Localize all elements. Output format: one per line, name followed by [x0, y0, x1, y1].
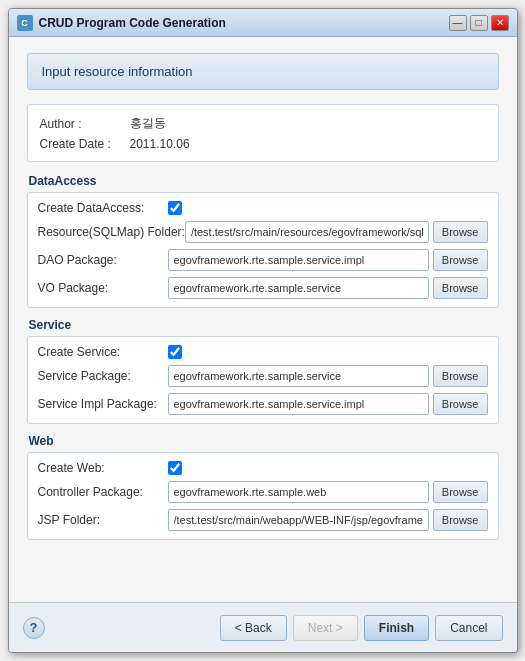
- create-data-access-wrap: [168, 201, 488, 215]
- vo-browse-button[interactable]: Browse: [433, 277, 488, 299]
- title-bar: C CRUD Program Code Generation — □ ✕: [9, 9, 517, 37]
- jsp-folder-input[interactable]: [168, 509, 429, 531]
- content-area: Input resource information Author : 홍길동 …: [9, 37, 517, 602]
- service-package-row: Service Package: Browse: [38, 365, 488, 387]
- window-title: CRUD Program Code Generation: [39, 16, 449, 30]
- controller-package-label: Controller Package:: [38, 485, 168, 499]
- service-package-wrap: Browse: [168, 365, 488, 387]
- create-service-row: Create Service:: [38, 345, 488, 359]
- cancel-button[interactable]: Cancel: [435, 615, 502, 641]
- vo-package-wrap: Browse: [168, 277, 488, 299]
- dao-package-row: DAO Package: Browse: [38, 249, 488, 271]
- service-section: Service Create Service: Service Package:…: [27, 318, 499, 424]
- create-date-row: Create Date : 2011.10.06: [40, 137, 486, 151]
- jsp-folder-row: JSP Folder: Browse: [38, 509, 488, 531]
- vo-package-input[interactable]: [168, 277, 429, 299]
- footer: ? < Back Next > Finish Cancel: [9, 602, 517, 652]
- create-date-label: Create Date :: [40, 137, 130, 151]
- dao-package-wrap: Browse: [168, 249, 488, 271]
- service-package-input[interactable]: [168, 365, 429, 387]
- author-value: 홍길동: [130, 115, 166, 132]
- controller-package-row: Controller Package: Browse: [38, 481, 488, 503]
- create-web-checkbox[interactable]: [168, 461, 182, 475]
- vo-package-row: VO Package: Browse: [38, 277, 488, 299]
- service-pkg-browse-button[interactable]: Browse: [433, 365, 488, 387]
- dao-package-label: DAO Package:: [38, 253, 168, 267]
- service-package-label: Service Package:: [38, 369, 168, 383]
- service-impl-label: Service Impl Package:: [38, 397, 168, 411]
- web-title: Web: [27, 434, 499, 448]
- service-body: Create Service: Service Package: Browse …: [27, 336, 499, 424]
- create-web-row: Create Web:: [38, 461, 488, 475]
- minimize-button[interactable]: —: [449, 15, 467, 31]
- create-data-access-checkbox[interactable]: [168, 201, 182, 215]
- controller-package-input[interactable]: [168, 481, 429, 503]
- author-row: Author : 홍길동: [40, 115, 486, 132]
- next-button[interactable]: Next >: [293, 615, 358, 641]
- service-impl-input[interactable]: [168, 393, 429, 415]
- create-service-wrap: [168, 345, 488, 359]
- back-button[interactable]: < Back: [220, 615, 287, 641]
- resource-folder-input[interactable]: [185, 221, 429, 243]
- jsp-browse-button[interactable]: Browse: [433, 509, 488, 531]
- footer-buttons: < Back Next > Finish Cancel: [220, 615, 503, 641]
- finish-button[interactable]: Finish: [364, 615, 429, 641]
- create-service-label: Create Service:: [38, 345, 168, 359]
- create-web-wrap: [168, 461, 488, 475]
- main-window: C CRUD Program Code Generation — □ ✕ Inp…: [8, 8, 518, 653]
- data-access-section: DataAccess Create DataAccess: Resource(S…: [27, 174, 499, 308]
- resource-folder-label: Resource(SQLMap) Folder:: [38, 225, 185, 239]
- help-button[interactable]: ?: [23, 617, 45, 639]
- data-access-body: Create DataAccess: Resource(SQLMap) Fold…: [27, 192, 499, 308]
- web-section: Web Create Web: Controller Package: Brow…: [27, 434, 499, 540]
- data-access-title: DataAccess: [27, 174, 499, 188]
- jsp-folder-label: JSP Folder:: [38, 513, 168, 527]
- page-header: Input resource information: [27, 53, 499, 90]
- create-date-value: 2011.10.06: [130, 137, 190, 151]
- resource-folder-wrap: Browse: [185, 221, 488, 243]
- jsp-folder-wrap: Browse: [168, 509, 488, 531]
- service-impl-browse-button[interactable]: Browse: [433, 393, 488, 415]
- close-button[interactable]: ✕: [491, 15, 509, 31]
- service-impl-wrap: Browse: [168, 393, 488, 415]
- controller-browse-button[interactable]: Browse: [433, 481, 488, 503]
- title-bar-buttons: — □ ✕: [449, 15, 509, 31]
- create-data-access-row: Create DataAccess:: [38, 201, 488, 215]
- create-web-label: Create Web:: [38, 461, 168, 475]
- create-service-checkbox[interactable]: [168, 345, 182, 359]
- service-title: Service: [27, 318, 499, 332]
- page-title: Input resource information: [42, 64, 193, 79]
- controller-package-wrap: Browse: [168, 481, 488, 503]
- info-section: Author : 홍길동 Create Date : 2011.10.06: [27, 104, 499, 162]
- dao-browse-button[interactable]: Browse: [433, 249, 488, 271]
- window-icon: C: [17, 15, 33, 31]
- web-body: Create Web: Controller Package: Browse J…: [27, 452, 499, 540]
- maximize-button[interactable]: □: [470, 15, 488, 31]
- resource-folder-browse-button[interactable]: Browse: [433, 221, 488, 243]
- vo-package-label: VO Package:: [38, 281, 168, 295]
- service-impl-package-row: Service Impl Package: Browse: [38, 393, 488, 415]
- dao-package-input[interactable]: [168, 249, 429, 271]
- resource-folder-row: Resource(SQLMap) Folder: Browse: [38, 221, 488, 243]
- create-data-access-label: Create DataAccess:: [38, 201, 168, 215]
- author-label: Author :: [40, 117, 130, 131]
